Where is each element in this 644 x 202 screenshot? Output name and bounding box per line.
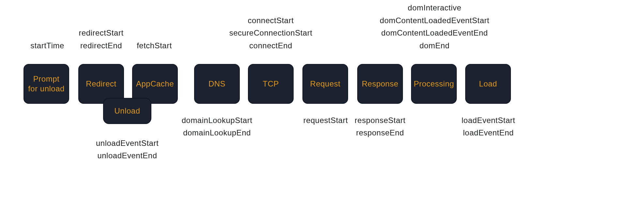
navigation-timing-diagram: startTime redirectStartredirectEnd fetch…: [0, 0, 644, 202]
stage-prompt-for-unload: Promptfor unload: [23, 64, 69, 104]
annotation-redirect: redirectStartredirectEnd: [79, 27, 123, 52]
stage-tcp: TCP: [248, 64, 294, 104]
stage-label: Redirect: [86, 79, 116, 89]
annotation-request-start: requestStart: [303, 114, 348, 127]
annotation-processing: domInteractivedomContentLoadedEventStart…: [380, 2, 489, 52]
stage-label: DNS: [208, 79, 225, 89]
annotation-start-time: startTime: [30, 39, 64, 52]
stage-unload: Unload: [103, 98, 151, 124]
stage-label: Load: [479, 79, 497, 89]
annotation-unload-event: unloadEventStartunloadEventEnd: [96, 137, 159, 162]
annotation-tcp: connectStartsecureConnectionStartconnect…: [229, 14, 313, 52]
annotation-domain-lookup: domainLookupStartdomainLookupEnd: [182, 114, 253, 139]
stage-label: Request: [310, 79, 341, 89]
annotation-response: responseStartresponseEnd: [355, 114, 406, 139]
stage-label: Processing: [414, 79, 454, 89]
stage-dns: DNS: [194, 64, 240, 104]
annotation-load-event: loadEventStartloadEventEnd: [462, 114, 515, 139]
stage-response: Response: [357, 64, 403, 104]
stage-load: Load: [465, 64, 511, 104]
annotation-fetch-start: fetchStart: [137, 39, 172, 52]
stage-label: Promptfor unload: [28, 74, 65, 94]
stage-request: Request: [302, 64, 348, 104]
stage-label: Response: [362, 79, 398, 89]
stage-processing: Processing: [411, 64, 457, 104]
stage-label: Unload: [114, 106, 140, 116]
stage-label: TCP: [263, 79, 279, 89]
stage-label: AppCache: [136, 79, 174, 89]
